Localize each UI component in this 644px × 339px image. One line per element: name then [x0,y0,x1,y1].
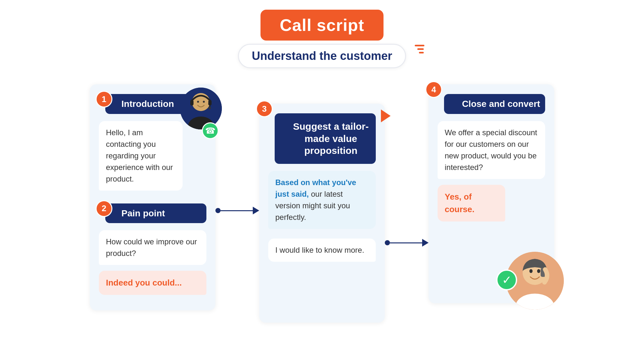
subtitle-text: Understand the customer [252,49,392,62]
connector-line-1 [221,210,253,211]
connector-arrow-2 [422,239,429,247]
step3-badge: 3 [256,100,273,117]
connector-3-4 [385,239,429,247]
connector-dot-1 [215,208,221,213]
step3-bubble1: Based on what you've just said, our late… [268,171,376,229]
svg-point-12 [537,269,540,273]
step3-bubble2: I would like to know more. [268,239,376,262]
card-step-3: 3 Suggest a tailor-made value propositio… [259,104,385,323]
connector-arrow-1 [253,207,259,214]
agent-avatar-svg [180,88,222,129]
step3-title: Suggest a tailor-made value proposition [275,113,376,164]
step4-bubble2: Yes, of course. [438,185,505,221]
svg-point-5 [197,101,199,103]
step4-title: Close and convert [444,94,545,114]
connector-dot-2 [385,240,390,245]
step1-bubble: Hello, I am contacting you regarding you… [99,121,183,191]
triangle-decoration [381,109,391,122]
step2-bubble2: Indeed you could... [99,271,206,295]
main-title: Call script [260,10,384,41]
card-steps-1-2: 1 Introduction [90,84,215,310]
agent-avatar-circle [180,88,222,129]
step4-badge: 4 [425,81,442,98]
dash-2 [417,48,424,50]
dash-1 [415,45,424,46]
main-content-row: 1 Introduction [16,84,628,323]
step2-title: Pain point [105,203,206,223]
step2-header: 2 Pain point [99,203,206,223]
phone-badge: ☎ [202,122,219,139]
svg-point-6 [203,101,205,103]
svg-rect-3 [190,100,194,106]
step4-bubble1: We offer a special discount for our cust… [438,121,545,179]
card-step-4: 4 Close and convert We offer a special d… [429,84,554,303]
dash-decoration [415,45,424,53]
svg-point-7 [208,107,211,109]
connector-line-2 [390,242,422,243]
check-badge: ✓ [496,269,517,290]
dash-3 [419,52,424,53]
connector-1-3 [215,207,259,214]
svg-point-11 [529,269,533,273]
step2-badge: 2 [96,200,112,217]
step1-badge: 1 [96,91,112,108]
header-area: Call script Understand the customer [238,10,406,78]
subtitle-badge: Understand the customer [238,44,406,68]
step2-bubble1: How could we improve our product? [99,230,206,265]
